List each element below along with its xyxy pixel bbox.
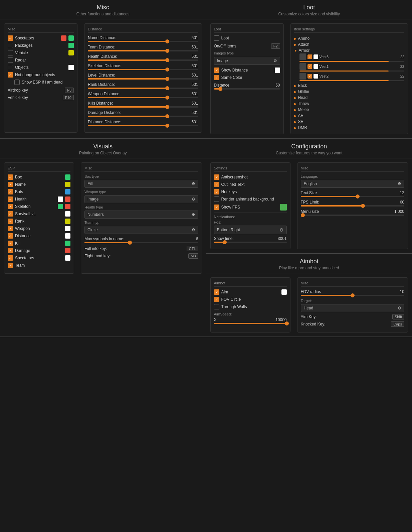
aim-color[interactable] (281, 289, 287, 295)
color-swatch[interactable] (68, 43, 74, 48)
color-swatch[interactable] (68, 65, 74, 70)
gear-icon[interactable]: ⚙ (192, 181, 195, 186)
vest2-color[interactable] (314, 74, 318, 79)
fps-limit-slider-track[interactable] (301, 205, 405, 207)
show-esp-checkbox[interactable] (14, 80, 20, 85)
color-swatch[interactable] (68, 35, 74, 41)
tree-item-ghillie[interactable]: ▶ Ghillie (294, 89, 405, 95)
tree-item-armor[interactable]: ▼ Armor (294, 47, 405, 53)
color-swatch[interactable] (65, 226, 70, 231)
vest3-checkbox[interactable] (307, 54, 312, 59)
show-distance-checkbox[interactable] (214, 68, 219, 73)
full-info-key-badge[interactable]: CTL (187, 246, 198, 251)
packages-checkbox[interactable] (8, 43, 13, 48)
gear-icon[interactable]: ⚙ (192, 228, 195, 232)
hot-keys-checkbox[interactable] (214, 189, 219, 194)
image-type-dropdown[interactable]: Image ⚙ (214, 57, 280, 65)
tree-item-back[interactable]: ▶ Back (294, 83, 405, 89)
rank-checkbox[interactable] (8, 219, 13, 224)
color-swatch[interactable] (65, 233, 70, 239)
menu-size-slider-track[interactable] (301, 215, 405, 216)
color-swatch[interactable] (65, 248, 70, 253)
tree-item-head[interactable]: ▶ Head (294, 95, 405, 101)
tree-item-attach[interactable]: ▶ Attach (294, 41, 405, 47)
radar-checkbox[interactable] (8, 57, 13, 63)
vehicle-key-badge[interactable]: F10 (63, 95, 74, 100)
vest1-slider[interactable] (299, 71, 405, 72)
fight-mod-key-badge[interactable]: M3 (188, 253, 198, 259)
kill-checkbox[interactable] (8, 241, 13, 246)
tree-item-throw[interactable]: ▶ Throw (294, 101, 405, 107)
survivallvl-checkbox[interactable] (8, 211, 13, 217)
team-circle-dropdown[interactable]: Circle ⚙ (84, 226, 198, 234)
weapon-checkbox[interactable] (8, 226, 13, 231)
vest2-checkbox[interactable] (307, 74, 312, 79)
airdrop-key-badge[interactable]: F3 (65, 88, 74, 93)
color-swatch[interactable] (65, 241, 70, 246)
outlined-text-checkbox[interactable] (214, 182, 219, 187)
aim-key-badge[interactable]: Shift (392, 314, 404, 319)
color-swatch[interactable] (68, 50, 74, 55)
skeleton-checkbox[interactable] (8, 204, 13, 209)
aimspeed-x-slider-track[interactable] (214, 323, 287, 324)
color-swatch[interactable] (65, 219, 70, 224)
color-swatch[interactable] (65, 211, 70, 217)
spectators-checkbox[interactable] (8, 35, 13, 41)
objects-checkbox[interactable] (8, 65, 13, 70)
fov-radius-slider-track[interactable] (301, 295, 405, 296)
color-swatch[interactable] (58, 196, 63, 202)
gear-icon[interactable]: ⚙ (192, 212, 195, 217)
text-size-slider-track[interactable] (301, 196, 405, 197)
show-fps-checkbox[interactable] (214, 205, 219, 210)
tree-item-melee[interactable]: ▶ Melee (294, 107, 405, 113)
language-dropdown[interactable]: English ⚙ (301, 180, 405, 188)
loot-checkbox[interactable] (214, 35, 219, 41)
color-swatch[interactable] (61, 35, 66, 41)
weapon-image-dropdown[interactable]: Image ⚙ (84, 195, 198, 203)
vest3-slider[interactable] (299, 61, 405, 62)
gear-icon[interactable]: ⚙ (279, 227, 284, 233)
show-time-slider-track[interactable] (214, 242, 287, 243)
team-checkbox[interactable] (8, 263, 13, 268)
spectators-esp-checkbox[interactable] (8, 255, 13, 261)
antiscreenshot-checkbox[interactable] (214, 174, 219, 180)
same-color-checkbox[interactable] (214, 75, 219, 80)
vest1-checkbox[interactable] (307, 64, 312, 69)
color-swatch[interactable] (65, 255, 70, 261)
health-checkbox[interactable] (8, 196, 13, 202)
target-dropdown[interactable]: Head ⚙ (301, 304, 405, 312)
render-bg-checkbox[interactable] (214, 196, 219, 202)
distance-checkbox[interactable] (8, 233, 13, 239)
color-swatch[interactable] (65, 174, 70, 180)
distance-slider-track[interactable] (214, 88, 280, 90)
tree-item-ar[interactable]: ▶ AR (294, 113, 405, 119)
bots-checkbox[interactable] (8, 189, 13, 194)
knocked-key-badge[interactable]: Caps (391, 321, 404, 327)
vest2-slider[interactable] (299, 80, 405, 81)
gear-icon[interactable]: ⚙ (398, 306, 401, 310)
show-fps-toggle[interactable] (280, 204, 287, 211)
vehicle-checkbox[interactable] (8, 50, 13, 55)
color-swatch[interactable] (65, 196, 70, 202)
tree-item-sr[interactable]: ▶ SR (294, 119, 405, 125)
gear-icon[interactable]: ⚙ (398, 181, 401, 186)
max-symbols-slider-track[interactable] (84, 242, 198, 243)
gear-icon[interactable]: ⚙ (192, 197, 195, 202)
gear-icon[interactable]: ⚙ (273, 58, 277, 63)
box-checkbox[interactable] (8, 174, 13, 180)
damage-checkbox[interactable] (8, 248, 13, 253)
tree-item-ammo[interactable]: ▶ Ammo (294, 35, 405, 41)
box-fill-dropdown[interactable]: Fill ⚙ (84, 180, 198, 188)
white-swatch[interactable] (275, 68, 280, 73)
color-swatch[interactable] (65, 189, 70, 194)
tree-item-dmr[interactable]: ▶ DMR (294, 125, 405, 131)
vest3-color[interactable] (314, 54, 318, 59)
aim-checkbox[interactable] (214, 289, 219, 295)
fov-circle-checkbox[interactable] (214, 297, 219, 302)
name-checkbox[interactable] (8, 182, 13, 187)
color-swatch[interactable] (65, 204, 70, 209)
not-dangerous-checkbox[interactable] (8, 72, 13, 78)
health-numbers-dropdown[interactable]: Numbers ⚙ (84, 211, 198, 219)
color-swatch[interactable] (58, 204, 63, 209)
color-swatch[interactable] (65, 182, 70, 187)
